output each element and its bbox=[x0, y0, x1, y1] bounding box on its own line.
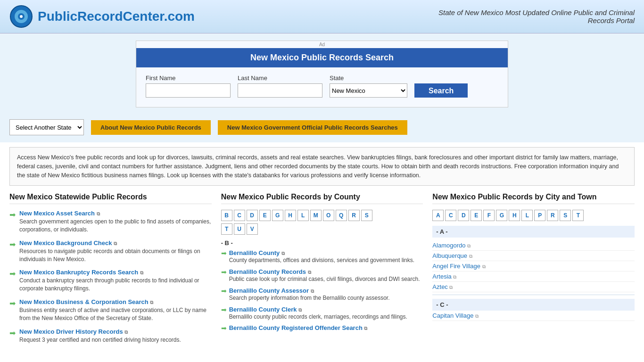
county-arrow: ➡ bbox=[221, 249, 227, 257]
county-alpha-btn[interactable]: S bbox=[361, 210, 372, 221]
record-arrow: ➡ bbox=[9, 329, 16, 344]
record-desc: Resources to navigate public records and… bbox=[19, 247, 212, 263]
ad-box: Ad New Mexico Public Records Search Firs… bbox=[136, 41, 508, 107]
county-link[interactable]: Bernalillo County Records ⧉ bbox=[229, 268, 311, 275]
last-name-group: Last Name bbox=[238, 74, 322, 98]
columns: New Mexico Statewide Public Records ➡ Ne… bbox=[9, 193, 635, 349]
first-name-input[interactable] bbox=[146, 83, 231, 98]
county-alpha-btn[interactable]: O bbox=[323, 210, 334, 221]
county-alpha-btn[interactable]: B bbox=[221, 210, 232, 221]
statewide-record-item: ➡ New Mexico Asset Search ⧉ Search gover… bbox=[9, 210, 212, 234]
ext-link-icon: ⧉ bbox=[475, 313, 479, 319]
nav-bar: Select Another State Alabama Alaska Ariz… bbox=[0, 115, 644, 142]
city-link[interactable]: Capitan Village ⧉ bbox=[432, 311, 635, 321]
ext-link-icon: ⧉ bbox=[298, 307, 302, 313]
county-alpha-btn[interactable]: H bbox=[285, 210, 296, 221]
city-alpha-btn[interactable]: H bbox=[509, 210, 520, 221]
county-link[interactable]: Bernalillo County ⧉ bbox=[229, 249, 285, 256]
record-link[interactable]: New Mexico Asset Search ⧉ bbox=[19, 210, 100, 217]
city-alpha-btn[interactable]: A bbox=[432, 210, 444, 221]
city-title: New Mexico Public Records by City and To… bbox=[432, 193, 635, 204]
county-alpha-btn[interactable]: L bbox=[297, 210, 309, 221]
city-list-c: Capitan Village ⧉ bbox=[432, 311, 635, 321]
county-content: Bernalillo County Clerk ⧉ Bernalillo cou… bbox=[229, 306, 407, 321]
main-content: Access New Mexico's free public records … bbox=[0, 142, 644, 354]
record-arrow: ➡ bbox=[9, 210, 16, 234]
logo-area: PublicRecordCenter.com bbox=[9, 5, 195, 28]
ext-link-icon: ⧉ bbox=[114, 241, 117, 246]
statewide-record-item: ➡ New Mexico Bankruptcy Records Search ⧉… bbox=[9, 269, 212, 293]
ad-section: Ad New Mexico Public Records Search Firs… bbox=[0, 33, 644, 115]
ext-link-icon: ⧉ bbox=[281, 251, 285, 256]
government-records-button[interactable]: New Mexico Government Official Public Re… bbox=[218, 120, 407, 135]
city-section-a: - A - bbox=[432, 226, 635, 238]
city-link[interactable]: Angel Fire Village ⧉ bbox=[432, 261, 635, 272]
city-alpha-btn[interactable]: C bbox=[445, 210, 456, 221]
about-nm-button[interactable]: About New Mexico Public Records bbox=[91, 120, 211, 135]
county-alpha-btn[interactable]: T bbox=[221, 223, 232, 235]
county-list: ➡ Bernalillo County ⧉ County departments… bbox=[221, 249, 423, 332]
county-alpha-row2: TUV bbox=[221, 223, 423, 235]
svg-point-3 bbox=[20, 15, 23, 18]
county-alpha-btn[interactable]: R bbox=[348, 210, 360, 221]
state-select-input[interactable]: New Mexico Alabama Alaska Arizona bbox=[330, 83, 407, 98]
ext-link-icon: ⧉ bbox=[467, 243, 471, 248]
city-alpha-btn[interactable]: P bbox=[534, 210, 545, 221]
record-arrow: ➡ bbox=[9, 240, 16, 263]
search-button[interactable]: Search bbox=[414, 83, 468, 98]
county-alpha-btn[interactable]: C bbox=[234, 210, 245, 221]
county-alpha-btn[interactable]: U bbox=[234, 223, 245, 235]
record-link[interactable]: New Mexico Bankruptcy Records Search ⧉ bbox=[19, 269, 143, 276]
county-alpha-btn[interactable]: D bbox=[247, 210, 258, 221]
statewide-record-item: ➡ New Mexico Background Check ⧉ Resource… bbox=[9, 239, 212, 263]
city-alpha-btn[interactable]: L bbox=[521, 210, 533, 221]
ext-link-icon: ⧉ bbox=[364, 326, 367, 331]
ext-link-icon: ⧉ bbox=[124, 329, 128, 335]
city-alpha-btn[interactable]: T bbox=[572, 210, 584, 221]
county-alpha-row1: BCDEGHLMOQRS bbox=[221, 210, 423, 221]
city-alpha-btn[interactable]: F bbox=[483, 210, 495, 221]
county-link[interactable]: Bernalillo County Assessor ⧉ bbox=[229, 287, 314, 294]
county-desc: County departments, offices and division… bbox=[229, 256, 414, 264]
record-content: New Mexico Asset Search ⧉ Search governm… bbox=[19, 210, 212, 234]
record-desc: Business entity search of active and ina… bbox=[19, 306, 212, 322]
first-name-label: First Name bbox=[146, 74, 231, 82]
county-arrow: ➡ bbox=[221, 324, 227, 332]
record-arrow: ➡ bbox=[9, 269, 16, 293]
record-link[interactable]: New Mexico Driver History Records ⧉ bbox=[19, 328, 128, 335]
city-link[interactable]: Aztec ⧉ bbox=[432, 282, 635, 292]
record-content: New Mexico Business & Corporation Search… bbox=[19, 298, 212, 322]
record-content: New Mexico Bankruptcy Records Search ⧉ C… bbox=[19, 269, 212, 293]
city-link[interactable]: Albuquerque ⧉ bbox=[432, 251, 635, 261]
county-column: New Mexico Public Records by County BCDE… bbox=[221, 193, 423, 336]
city-link[interactable]: Alamogordo ⧉ bbox=[432, 240, 635, 251]
logo-icon bbox=[9, 5, 33, 28]
ext-link-icon: ⧉ bbox=[311, 288, 314, 294]
city-alpha-btn[interactable]: R bbox=[547, 210, 558, 221]
city-alpha-btn[interactable]: S bbox=[560, 210, 571, 221]
city-link[interactable]: Artesia ⧉ bbox=[432, 272, 635, 282]
record-link[interactable]: New Mexico Background Check ⧉ bbox=[19, 239, 117, 247]
county-alpha-btn[interactable]: G bbox=[272, 210, 283, 221]
city-alpha-btn[interactable]: E bbox=[471, 210, 482, 221]
county-alpha-btn[interactable]: E bbox=[259, 210, 271, 221]
record-content: New Mexico Background Check ⧉ Resources … bbox=[19, 239, 212, 263]
county-link[interactable]: Bernalillo County Clerk ⧉ bbox=[229, 306, 302, 313]
county-list-item: ➡ Bernalillo County Assessor ⧉ Search pr… bbox=[221, 287, 423, 302]
county-alpha-btn[interactable]: M bbox=[310, 210, 322, 221]
city-alpha-btn[interactable]: D bbox=[458, 210, 469, 221]
record-link[interactable]: New Mexico Business & Corporation Search… bbox=[19, 298, 153, 305]
city-section-c: - C - bbox=[432, 299, 635, 311]
county-alpha-btn[interactable]: Q bbox=[336, 210, 347, 221]
description-text: Access New Mexico's free public records … bbox=[9, 147, 635, 186]
city-alpha-btn[interactable]: G bbox=[496, 210, 507, 221]
last-name-input[interactable] bbox=[238, 83, 322, 98]
county-link[interactable]: Bernalillo County Registered Offender Se… bbox=[229, 324, 368, 331]
county-alpha-btn[interactable]: V bbox=[247, 223, 258, 235]
state-dropdown[interactable]: Select Another State Alabama Alaska Ariz… bbox=[9, 119, 84, 135]
search-form-body: First Name Last Name State New Mexico Al… bbox=[136, 67, 508, 107]
county-list-item: ➡ Bernalillo County Records ⧉ Public cas… bbox=[221, 268, 423, 283]
last-name-label: Last Name bbox=[238, 74, 322, 82]
first-name-group: First Name bbox=[146, 74, 231, 98]
state-group: State New Mexico Alabama Alaska Arizona bbox=[330, 74, 407, 98]
